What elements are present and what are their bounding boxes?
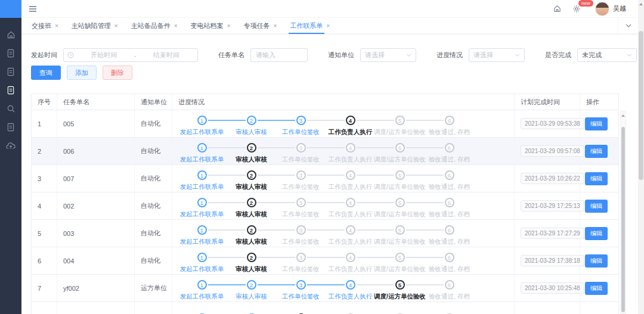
- delete-button[interactable]: 删除: [103, 66, 132, 80]
- cell-task-name: yf002: [57, 275, 135, 301]
- edit-button[interactable]: 编辑: [585, 254, 608, 268]
- step-label: 调度/运方单位验收: [374, 183, 426, 191]
- tab-0[interactable]: 交接班×: [25, 18, 65, 34]
- step-label: 工作单位签收: [282, 238, 320, 246]
- step-number: 4: [346, 116, 355, 125]
- column-header-0: 序号: [32, 94, 57, 110]
- topbar-actions: new 吴越: [553, 0, 638, 18]
- step-number: 6: [445, 225, 454, 235]
- progress-placeholder: 请选择: [473, 51, 493, 60]
- progress-select[interactable]: 请选择: [469, 48, 525, 62]
- step-number: 6: [445, 198, 454, 207]
- sidebar-item-file-2[interactable]: [0, 63, 21, 81]
- sidebar-item-file-1[interactable]: [0, 44, 21, 63]
- filter-complete: 是否完成 未完成: [545, 48, 637, 62]
- task-name-input[interactable]: 请输入: [250, 48, 308, 62]
- plan-time-box: 2021-03-29 17:25:13: [521, 200, 584, 212]
- tab-label: 交接班: [32, 21, 51, 30]
- tab-1[interactable]: 主站缺陷管理×: [65, 18, 125, 34]
- edit-button[interactable]: 编辑: [585, 200, 608, 213]
- table-row[interactable]: 3007自动化1发起工作联系单2审核人审核3工作单位签收4工作负责人执行5调度/…: [32, 165, 618, 192]
- tab-close-icon[interactable]: ×: [174, 23, 178, 29]
- tab-3[interactable]: 变电站档案×: [184, 18, 237, 34]
- work-order-table: 序号任务单名通知单位进度情况计划完成时间操作1005自动化1发起工作联系单2审核…: [31, 94, 619, 314]
- search-button[interactable]: 查询: [31, 66, 61, 80]
- step-number: 6: [445, 116, 454, 125]
- home-icon[interactable]: [553, 5, 561, 13]
- table-row[interactable]: 2006自动化1发起工作联系单2审核人审核3工作单位签收4工作负责人执行5调度/…: [32, 138, 618, 165]
- step-label: 验收通过, 存档: [429, 265, 470, 273]
- filter-notify-unit: 通知单位 请选择: [328, 48, 416, 62]
- tab-close-icon[interactable]: ×: [114, 23, 118, 29]
- scroll-up-arrow-icon[interactable]: [621, 114, 625, 117]
- sidebar-item-search-4[interactable]: [0, 100, 21, 118]
- edit-button[interactable]: 编辑: [585, 117, 608, 130]
- table-row[interactable]: 123456: [32, 302, 618, 314]
- sidebar-item-file-3[interactable]: [0, 81, 21, 100]
- step-3: 3工作单位签收: [276, 198, 326, 219]
- task-name-placeholder: 请输入: [256, 51, 275, 60]
- cell-index: 3: [32, 165, 57, 192]
- step-label: 发起工作联系单: [180, 265, 224, 273]
- step-label: 审核人审核: [236, 183, 267, 191]
- table-scrollbar-thumb[interactable]: [621, 127, 625, 312]
- filter-bar: 发起时间 开始时间 - 结束时间 任务单名 请输入 通知单位 请选择: [31, 48, 637, 62]
- edit-button[interactable]: 编辑: [585, 282, 608, 295]
- step-number: 4: [346, 198, 355, 207]
- scroll-up-arrow-icon[interactable]: [639, 3, 643, 5]
- complete-select[interactable]: 未完成: [577, 48, 637, 62]
- cell-notify-unit: 自动化: [135, 247, 172, 274]
- tab-4[interactable]: 专项任务×: [237, 18, 283, 34]
- table-row[interactable]: 7yf002运方单位1发起工作联系单2审核人审核3工作单位签收4工作负责人执行5…: [32, 275, 618, 302]
- edit-button[interactable]: 编辑: [585, 145, 608, 158]
- step-5: 5调度/运方单位验收: [375, 253, 425, 273]
- chevron-down-icon: [515, 54, 520, 57]
- table-row[interactable]: 4002自动化1发起工作联系单2审核人审核3工作单位签收4工作负责人执行5调度/…: [32, 192, 618, 220]
- user-avatar[interactable]: [595, 2, 609, 16]
- cell-progress: 1发起工作联系单2审核人审核3工作单位签收4工作负责人执行5调度/运方单位验收6…: [172, 220, 515, 247]
- step-label: 验收通过, 存档: [429, 210, 470, 219]
- sidebar-item-home-0[interactable]: [0, 26, 21, 44]
- add-button[interactable]: 添加: [67, 66, 97, 80]
- tab-2[interactable]: 主站备品备件×: [125, 18, 184, 34]
- cell-progress: 1发起工作联系单2审核人审核3工作单位签收4工作负责人执行5调度/运方单位验收6…: [172, 165, 515, 192]
- step-label: 工作负责人执行: [329, 265, 373, 273]
- cell-index: 5: [32, 220, 57, 247]
- step-6: 6验收通过, 存档: [425, 253, 474, 273]
- step-number: 3: [296, 225, 306, 235]
- step-label: 工作单位签收: [282, 265, 320, 273]
- tab-close-icon[interactable]: ×: [55, 23, 58, 29]
- tab-close-icon[interactable]: ×: [227, 23, 231, 29]
- cell-task-name: 004: [57, 247, 135, 274]
- app-logo[interactable]: [0, 0, 21, 18]
- table-row[interactable]: 6004自动化1发起工作联系单2审核人审核3工作单位签收4工作负责人执行5调度/…: [32, 247, 618, 275]
- file-icon: [7, 49, 15, 58]
- page-vertical-scrollbar[interactable]: [638, 0, 644, 314]
- tab-list-dropdown-button[interactable]: [618, 18, 638, 34]
- sidebar: [0, 0, 21, 314]
- cell-progress: 1发起工作联系单2审核人审核3工作单位签收4工作负责人执行5调度/运方单位验收6…: [172, 110, 515, 137]
- step-number: 1: [197, 116, 207, 125]
- table-vertical-scrollbar[interactable]: [620, 111, 626, 314]
- table-row[interactable]: 1005自动化1发起工作联系单2审核人审核3工作单位签收4工作负责人执行5调度/…: [32, 110, 618, 138]
- edit-button[interactable]: 编辑: [585, 227, 608, 240]
- start-time-placeholder: 开始时间: [76, 51, 132, 60]
- tab-close-icon[interactable]: ×: [273, 23, 277, 29]
- table-row[interactable]: 5003自动化1发起工作联系单2审核人审核3工作单位签收4工作负责人执行5调度/…: [32, 220, 618, 247]
- tab-close-icon[interactable]: ×: [326, 23, 330, 29]
- edit-button[interactable]: 编辑: [585, 172, 608, 185]
- page-scrollbar-thumb[interactable]: [639, 31, 643, 180]
- tab-label: 工作联系单: [290, 21, 323, 30]
- step-number: 1: [197, 253, 207, 262]
- sidebar-item-file-5[interactable]: [0, 118, 21, 136]
- step-number: 3: [296, 253, 306, 262]
- cell-index: 6: [32, 247, 57, 274]
- notify-unit-select[interactable]: 请选择: [360, 48, 416, 62]
- date-range-input[interactable]: 开始时间 - 结束时间: [63, 48, 198, 62]
- hamburger-menu-icon[interactable]: [29, 5, 37, 13]
- tab-5[interactable]: 工作联系单×: [283, 18, 336, 34]
- user-name[interactable]: 吴越: [613, 4, 626, 13]
- step-number: 1: [197, 280, 207, 290]
- sidebar-item-cloud-upload-6[interactable]: [0, 136, 21, 155]
- step-label: 审核人审核: [236, 293, 267, 301]
